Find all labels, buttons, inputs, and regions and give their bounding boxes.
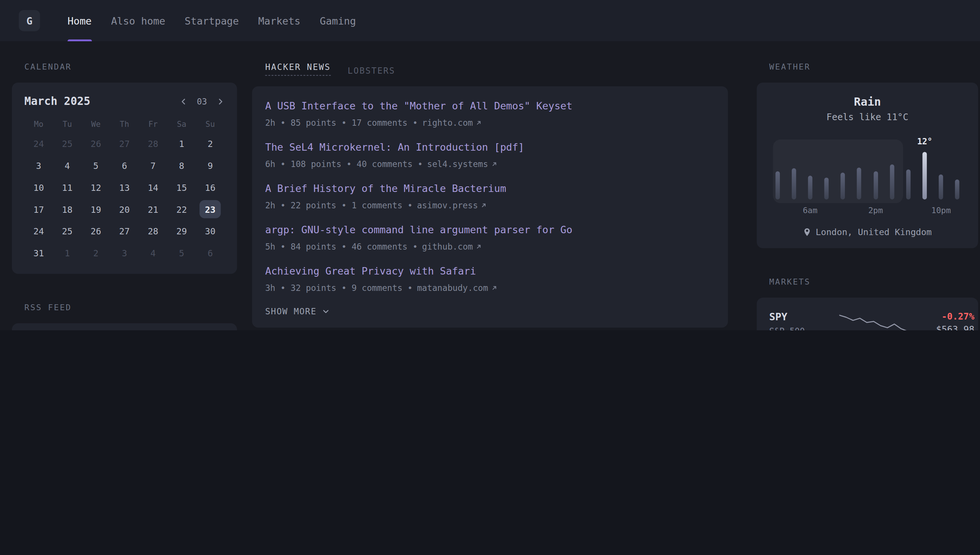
show-more-label: SHOW MORE (265, 306, 317, 316)
calendar-day: 27 (110, 220, 139, 242)
calendar-day: 10 (24, 176, 53, 198)
external-link-icon (475, 243, 482, 250)
news-source-tab[interactable]: LOBSTERS (348, 66, 395, 75)
news-item-link[interactable]: A USB Interface to the "Mother of All De… (265, 100, 573, 112)
calendar-day: 13 (110, 176, 139, 198)
top-nav: G Home Also home Startpage Markets Gamin… (0, 0, 980, 41)
external-link-icon (480, 202, 487, 208)
news-item-domain: righto.com (422, 117, 473, 128)
calendar-day: 17 (24, 198, 53, 220)
weather-location: London, United Kingdom (770, 227, 966, 237)
calendar-day: 28 (139, 132, 167, 154)
right-column: WEATHER Rain Feels like 11°C 12° 6am2pm1… (757, 41, 978, 330)
calendar-day: 26 (82, 220, 110, 242)
calendar-day: 25 (53, 132, 82, 154)
main-content: CALENDAR March 2025 03 (0, 41, 980, 330)
calendar-heading: CALENDAR (24, 62, 237, 71)
weather-bar (900, 149, 916, 199)
app-logo: G (19, 10, 40, 31)
rss-heading: RSS FEED (24, 303, 237, 312)
calendar-day: 14 (139, 176, 167, 198)
news-item-stats: 6h • 108 points • 40 comments • (265, 159, 423, 169)
news-item-stats: 3h • 32 points • 9 comments • (265, 283, 412, 293)
calendar-day: 26 (82, 132, 110, 154)
weather-location-text: London, United Kingdom (816, 227, 932, 237)
weather-bar (834, 149, 851, 199)
news-item: The SeL4 Microkernel: An Introduction [p… (265, 140, 715, 169)
calendar-widget: March 2025 03 Mo Tu (12, 83, 237, 274)
market-row[interactable]: SPY S&P 500 -0.27% $563.98 (770, 299, 966, 330)
news-item-domain: asimov.press (417, 200, 478, 210)
news-item-link[interactable]: Achieving Great Privacy with Safari (265, 265, 476, 277)
calendar-next-button[interactable] (217, 97, 225, 105)
market-change: -0.27% (908, 311, 974, 321)
calendar-day-header: Sa (167, 117, 196, 130)
calendar-day: 28 (139, 220, 167, 242)
weather-chart: 12° (770, 149, 966, 199)
calendar-day: 25 (53, 220, 82, 242)
external-link-icon (475, 119, 482, 126)
nav-tab[interactable]: Home (68, 0, 92, 41)
weather-bar (867, 149, 884, 199)
hacker-news-widget: A USB Interface to the "Mother of All De… (252, 86, 728, 328)
calendar-day: 1 (53, 242, 82, 264)
calendar-day: 4 (53, 154, 82, 176)
weather-heading: WEATHER (770, 62, 978, 71)
chevron-left-icon (179, 97, 188, 105)
news-source-tab[interactable]: HACKER NEWS (265, 62, 331, 75)
weather-time-label: 2pm (868, 206, 883, 215)
news-item-domain-link[interactable]: sel4.systems (427, 159, 497, 169)
news-item-domain: sel4.systems (427, 159, 488, 169)
chevron-down-icon (322, 308, 330, 315)
news-item-link[interactable]: The SeL4 Microkernel: An Introduction [p… (265, 141, 524, 153)
calendar-day: 29 (167, 220, 196, 242)
weather-bar (949, 149, 966, 199)
news-item-domain-link[interactable]: righto.com (422, 117, 482, 128)
markets-widget: SPY S&P 500 -0.27% $563.98 BTC-USD (757, 298, 978, 330)
news-item: A USB Interface to the "Mother of All De… (265, 99, 715, 128)
calendar-day-headers: Mo Tu We Th Fr Sa Su (24, 117, 225, 130)
calendar-day: 19 (82, 198, 110, 220)
weather-bar (818, 149, 834, 199)
news-item-stats: 2h • 85 points • 17 comments • (265, 117, 418, 128)
calendar-day: 3 (110, 242, 139, 264)
calendar-day: 24 (24, 132, 53, 154)
weather-bar (802, 149, 818, 199)
weather-bar: 12° (916, 149, 933, 199)
news-show-more-button[interactable]: SHOW MORE (265, 305, 330, 318)
calendar-day: 30 (196, 220, 225, 242)
calendar-prev-button[interactable] (179, 97, 188, 105)
calendar-day: 2 (82, 242, 110, 264)
news-item-domain-link[interactable]: asimov.press (417, 200, 488, 210)
middle-column: HACKER NEWS LOBSTERS A USB Interface to … (252, 41, 728, 330)
calendar-day-header: Mo (24, 117, 53, 130)
markets-heading: MARKETS (770, 277, 978, 286)
nav-tab[interactable]: Markets (258, 0, 300, 41)
calendar-day-header: Su (196, 117, 225, 130)
weather-time-label: 6am (803, 206, 817, 215)
news-item-domain-link[interactable]: github.com (422, 241, 482, 252)
calendar-day: 22 (167, 198, 196, 220)
calendar-day: 8 (167, 154, 196, 176)
news-source-tabs: HACKER NEWS LOBSTERS (265, 62, 728, 75)
calendar-day: 3 (24, 154, 53, 176)
news-item-link[interactable]: A Brief History of the Miracle Bacterium (265, 183, 506, 194)
news-item-link[interactable]: argp: GNU-style command line argument pa… (265, 224, 573, 236)
calendar-controls: 03 (179, 96, 225, 106)
nav-tab[interactable]: Startpage (184, 0, 239, 41)
weather-bar (933, 149, 949, 199)
nav-tab[interactable]: Gaming (320, 0, 356, 41)
weather-bar (786, 149, 802, 199)
calendar-day: 16 (196, 176, 225, 198)
calendar-day: 5 (167, 242, 196, 264)
news-item-domain-link[interactable]: matanabudy.com (417, 283, 497, 293)
weather-time-labels: 6am2pm10pm (770, 206, 966, 216)
calendar-month-number: 03 (197, 96, 207, 106)
nav-tab[interactable]: Also home (111, 0, 165, 41)
chevron-right-icon (217, 97, 225, 105)
calendar-day: 23 (196, 198, 225, 220)
calendar-header: March 2025 03 (24, 93, 225, 110)
calendar-day: 18 (53, 198, 82, 220)
market-symbol: SPY (770, 311, 839, 322)
calendar-day: 31 (24, 242, 53, 264)
